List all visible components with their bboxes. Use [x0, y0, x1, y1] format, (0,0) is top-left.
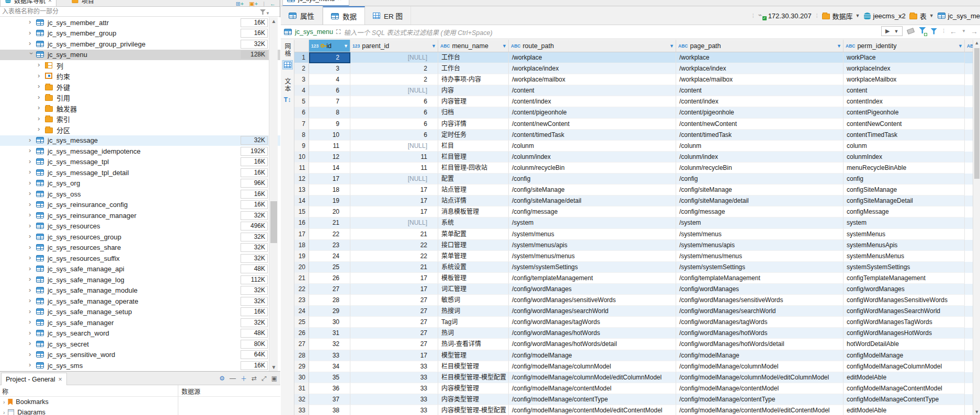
row-number-cell[interactable]: 12: [294, 174, 309, 185]
cell-id[interactable]: 9: [309, 119, 350, 130]
row-number-cell[interactable]: 14: [294, 195, 309, 206]
scrollbar-thumb[interactable]: [270, 201, 277, 243]
cell-perm_identity[interactable]: contentNewContent: [844, 119, 965, 130]
column-header-perm_identity[interactable]: ABCperm_identity▼: [844, 40, 965, 52]
tree-item-jc_sys_resources_share[interactable]: ›jc_sys_resources_share32K: [0, 243, 280, 253]
cell-menu_name[interactable]: Tag词: [438, 317, 509, 328]
cell-route_path[interactable]: /config/siteManage: [509, 185, 676, 195]
tree-item-jc_sys_message_tpl_detail[interactable]: ›jc_sys_message_tpl_detail16K: [0, 167, 280, 178]
cell-menu_name[interactable]: 敏感词: [438, 295, 509, 306]
cell-parent_id[interactable]: [NULL]: [350, 141, 438, 152]
row-number-cell[interactable]: 24: [294, 306, 309, 317]
cell-page_path[interactable]: /content/index: [676, 96, 844, 107]
table-selector[interactable]: 表 ▼: [909, 11, 934, 21]
cell-route_path[interactable]: /config/modelManage/columnModel/editColu…: [509, 372, 676, 383]
apply-filter-play-icon[interactable]: ▶: [885, 28, 890, 34]
cell-id[interactable]: 37: [309, 394, 350, 405]
tab-database-navigator[interactable]: 数据库导航 ×: [0, 0, 56, 7]
chevron-collapsed-icon[interactable]: ›: [29, 159, 34, 164]
cell-parent_id[interactable]: 33: [350, 372, 438, 383]
row-number-cell[interactable]: 28: [294, 350, 309, 361]
tree-item-jc_sys_member_group[interactable]: ›jc_sys_member_group16K: [0, 28, 280, 39]
row-number-cell[interactable]: 5: [294, 96, 309, 107]
cell-menu_name[interactable]: 栏目模型管理-模型配置: [438, 372, 509, 383]
cell-page_path[interactable]: /config/wordManages/sensitiveWords: [676, 295, 844, 306]
cell-perm_identity[interactable]: configSiteManage: [844, 185, 965, 195]
cell-id[interactable]: 30: [309, 317, 350, 328]
scroll-up-icon[interactable]: ▲: [973, 40, 980, 45]
cell-menu_name[interactable]: 热词-查看详情: [438, 339, 509, 350]
cell-parent_id[interactable]: [NULL]: [350, 174, 438, 185]
cell-page_path[interactable]: /config/siteManage: [676, 185, 844, 195]
grid-scrollbar[interactable]: ▲ ▼: [973, 40, 980, 415]
cell-parent_id[interactable]: 11: [350, 163, 438, 174]
row-number-cell[interactable]: 27: [294, 339, 309, 350]
cell-id[interactable]: 38: [309, 405, 350, 415]
cell-id[interactable]: 34: [309, 361, 350, 372]
tree-item-jc_sys_resources_group[interactable]: ›jc_sys_resources_group32K: [0, 232, 280, 243]
cell-route_path[interactable]: /workplace: [509, 52, 676, 63]
tree-item-jc_sys_message_idempotence[interactable]: ›jc_sys_message_idempotence192K: [0, 146, 280, 157]
cell-perm_identity[interactable]: systemMenusMenus: [844, 251, 965, 262]
row-number-cell[interactable]: 8: [294, 130, 309, 141]
chevron-collapsed-icon[interactable]: ›: [29, 212, 34, 217]
cell-menu_name[interactable]: 菜单配置: [438, 229, 509, 240]
filter-input[interactable]: 输入一个 SQL 表达式来过滤结果 (使用 Ctrl+Space): [344, 27, 492, 37]
row-number-cell[interactable]: 7: [294, 119, 309, 130]
cell-route_path[interactable]: /config/wordManages/sensitiveWords: [509, 295, 676, 306]
cell-parent_id[interactable]: 6: [350, 96, 438, 107]
tab-projects[interactable]: 项目: [67, 0, 98, 7]
tree-item-外键[interactable]: ›外键: [0, 82, 280, 93]
cell-parent_id[interactable]: 17: [350, 273, 438, 284]
cell-id[interactable]: 10: [309, 130, 350, 141]
tree-item-jc_sys_safe_manage_log[interactable]: ›jc_sys_safe_manage_log112K: [0, 274, 280, 285]
cell-route_path[interactable]: /config/wordManages/hotWords/detail: [509, 339, 676, 350]
cell-id[interactable]: 25: [309, 262, 350, 273]
tree-item-jc_sys_secret[interactable]: ›jc_sys_secret80K: [0, 339, 280, 350]
column-header-id[interactable]: 123id▼: [309, 40, 350, 52]
cell-parent_id[interactable]: 17: [350, 185, 438, 195]
close-icon[interactable]: ×: [58, 376, 62, 383]
chevron-collapsed-icon[interactable]: ›: [38, 126, 43, 132]
chevron-collapsed-icon[interactable]: ›: [29, 255, 34, 260]
collapse-all-icon[interactable]: —: [230, 375, 236, 382]
chevron-collapsed-icon[interactable]: ›: [29, 223, 34, 228]
chevron-collapsed-icon[interactable]: ›: [29, 41, 34, 46]
cell-page_path[interactable]: /system/systemSettings: [676, 262, 844, 273]
tree-item-jc_sys_resources_suffix[interactable]: ›jc_sys_resources_suffix32K: [0, 253, 280, 264]
cell-perm_identity[interactable]: contentIndex: [844, 96, 965, 107]
column-header-route_path[interactable]: ABCroute_path▼: [509, 40, 676, 52]
cell-id[interactable]: 2: [309, 52, 350, 63]
editor-tab-jc-sys-menu[interactable]: jc_sys_menu ×: [282, 0, 349, 6]
chevron-expanded-icon[interactable]: ›: [29, 52, 34, 57]
chevron-collapsed-icon[interactable]: ›: [29, 191, 34, 196]
tree-item-jc_sys_safe_manage_setup[interactable]: ›jc_sys_safe_manage_setup16K: [0, 307, 280, 318]
cell-id[interactable]: 14: [309, 163, 350, 174]
chevron-collapsed-icon[interactable]: ›: [29, 137, 34, 143]
cell-menu_name[interactable]: 栏目模型管理: [438, 361, 509, 372]
row-number-cell[interactable]: 10: [294, 152, 309, 163]
cell-parent_id[interactable]: 33: [350, 361, 438, 372]
cell-menu_name[interactable]: 内容类型管理: [438, 394, 509, 405]
cell-page_path[interactable]: /config/modelManage/columnModel: [676, 361, 844, 372]
filter-history-dropdown-icon[interactable]: ▼: [894, 29, 898, 34]
cell-route_path[interactable]: /config/modelManage/contentType: [509, 394, 676, 405]
column-filter-dropdown-icon[interactable]: ▼: [837, 43, 841, 49]
cell-perm_identity[interactable]: configTemplateManagement: [844, 273, 965, 284]
cell-parent_id[interactable]: 6: [350, 107, 438, 118]
cell-page_path[interactable]: /system/menus/apis: [676, 240, 844, 251]
cell-page_path[interactable]: /colunm/index: [676, 152, 844, 163]
cell-parent_id[interactable]: 11: [350, 152, 438, 163]
cell-id[interactable]: 27: [309, 284, 350, 295]
nav-forward-icon[interactable]: →: [971, 27, 978, 36]
cell-parent_id[interactable]: [NULL]: [350, 52, 438, 63]
table-name-chip[interactable]: jc_sys_me: [938, 12, 980, 20]
column-filter-dropdown-icon[interactable]: ▼: [958, 43, 963, 49]
chevron-collapsed-icon[interactable]: ›: [38, 105, 43, 110]
project-item-diagrams[interactable]: › Diagrams: [0, 407, 280, 415]
cell-route_path[interactable]: /system/systemSettings: [509, 262, 676, 273]
filter-funnel-icon[interactable]: ▼: [260, 8, 272, 16]
column-header-menu_name[interactable]: ABCmenu_name▼: [438, 40, 509, 52]
maximize-icon[interactable]: ▣: [271, 375, 277, 382]
cell-page_path[interactable]: /config/modelManage: [676, 350, 844, 361]
